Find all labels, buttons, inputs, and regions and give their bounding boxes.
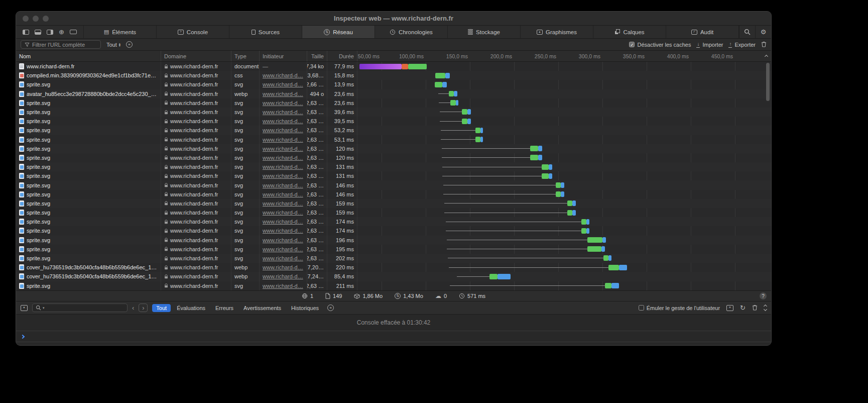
resource-type-filter[interactable]: Tout ▴▾	[106, 42, 120, 48]
tab-audit[interactable]: ✓Audit	[666, 26, 739, 38]
close-button[interactable]	[23, 16, 29, 22]
initiator-link[interactable]: www.richard-d…	[263, 246, 303, 252]
zoom-button[interactable]	[43, 16, 49, 22]
network-row[interactable]: sprite.svgwww.richard-dern.frsvgwww.rich…	[16, 126, 771, 135]
url-filter-input[interactable]: Filtrer l'URL complète	[21, 40, 101, 49]
console-prompt[interactable]	[16, 331, 771, 342]
help-button[interactable]: ?	[760, 292, 767, 299]
initiator-link[interactable]: www.richard-d…	[263, 173, 303, 179]
console-tab-tout[interactable]: Tout	[152, 304, 171, 312]
column-header-domain[interactable]: Domaine	[161, 51, 231, 61]
execution-context-icon[interactable]: ▾	[21, 305, 28, 311]
dock-right-icon[interactable]	[47, 30, 53, 35]
initiator-link[interactable]: www.richard-d…	[263, 164, 303, 170]
console-tab-avertissements[interactable]: Avertissements	[239, 304, 285, 312]
log-levels-icon[interactable]: ≡	[327, 305, 334, 311]
initiator-link[interactable]: www.richard-d…	[263, 146, 303, 152]
network-row[interactable]: cover_hu736519dc3b5040cfa48b6b559b6de6ec…	[16, 272, 771, 281]
network-row[interactable]: sprite.svgwww.richard-dern.frsvgwww.rich…	[16, 281, 771, 290]
tab-console[interactable]: >Console	[157, 26, 229, 38]
initiator-link[interactable]: www.richard-d…	[263, 228, 303, 234]
network-row[interactable]: sprite.svgwww.richard-dern.frsvgwww.rich…	[16, 153, 771, 162]
network-row[interactable]: sprite.svgwww.richard-dern.frsvgwww.rich…	[16, 98, 771, 108]
tab-timelines[interactable]: Chronologies	[375, 26, 448, 38]
console-tab-evaluations[interactable]: Évaluations	[173, 304, 209, 312]
column-header-name[interactable]: Nom	[16, 51, 161, 61]
console-search-input[interactable]: ▾	[32, 304, 128, 312]
tab-sources[interactable]: Sources	[229, 26, 302, 38]
network-row[interactable]: sprite.svgwww.richard-dern.frsvgwww.rich…	[16, 190, 771, 199]
initiator-link[interactable]: www.richard-d…	[263, 255, 303, 261]
disable-caches-checkbox[interactable]: ✓	[629, 42, 635, 47]
network-row[interactable]: sprite.svgwww.richard-dern.frsvgwww.rich…	[16, 144, 771, 153]
scroll-up-icon[interactable]	[765, 55, 768, 58]
initiator-link[interactable]: www.richard-d…	[263, 72, 303, 78]
dock-left-icon[interactable]	[23, 30, 29, 35]
tab-layers[interactable]: Calques	[593, 26, 666, 38]
disable-caches-toggle[interactable]: ✓ Désactiver les caches	[629, 42, 691, 48]
network-row[interactable]: sprite.svgwww.richard-dern.frsvgwww.rich…	[16, 236, 771, 245]
initiator-link[interactable]: www.richard-d…	[263, 219, 303, 225]
column-header-type[interactable]: Type	[231, 51, 260, 61]
network-row[interactable]: cover_hu736519dc3b5040cfa48b6b559b6de6ec…	[16, 263, 771, 272]
emulate-user-gesture-checkbox[interactable]	[639, 305, 644, 311]
column-header-init[interactable]: Initiateur	[260, 51, 307, 61]
trash-console-button[interactable]	[752, 305, 758, 312]
initiator-link[interactable]: www.richard-d…	[263, 273, 303, 279]
quick-console-icon[interactable]: ≡	[726, 305, 733, 311]
initiator-link[interactable]: www.richard-d…	[263, 81, 303, 87]
import-button[interactable]: ↓ Importer	[696, 42, 723, 48]
initiator-link[interactable]: www.richard-d…	[263, 137, 303, 143]
initiator-link[interactable]: www.richard-d…	[263, 127, 303, 133]
network-row[interactable]: sprite.svgwww.richard-dern.frsvgwww.rich…	[16, 180, 771, 189]
device-icon[interactable]	[70, 30, 77, 34]
network-row[interactable]: sprite.svgwww.richard-dern.frsvgwww.rich…	[16, 162, 771, 171]
expand-console-icon[interactable]	[764, 305, 767, 311]
initiator-link[interactable]: www.richard-d…	[263, 200, 303, 207]
initiator-link[interactable]: www.richard-d…	[263, 155, 303, 161]
initiator-link[interactable]: www.richard-d…	[263, 191, 303, 197]
console-tab-erreurs[interactable]: Erreurs	[211, 304, 237, 312]
tab-elements[interactable]: ▤Éléments	[84, 26, 157, 38]
history-forward-button[interactable]: ›	[139, 304, 148, 312]
clear-console-icon[interactable]: ↻	[740, 305, 746, 311]
network-row[interactable]: sprite.svgwww.richard-dern.frsvgwww.rich…	[16, 226, 771, 235]
network-row[interactable]: www.richard-dern.frwww.richard-dern.frdo…	[16, 62, 771, 71]
minimize-button[interactable]	[33, 16, 39, 22]
initiator-link[interactable]: www.richard-d…	[263, 237, 303, 243]
network-row[interactable]: sprite.svgwww.richard-dern.frsvgwww.rich…	[16, 217, 771, 226]
initiator-link[interactable]: www.richard-d…	[263, 210, 303, 216]
emulate-user-gesture-toggle[interactable]: Émuler le geste de l'utilisateur	[639, 305, 720, 311]
column-header-size[interactable]: Taille	[307, 51, 327, 61]
initiator-link[interactable]: www.richard-d…	[263, 118, 303, 124]
initiator-link[interactable]: www.richard-d…	[263, 109, 303, 115]
network-row[interactable]: sprite.svgwww.richard-dern.frsvgwww.rich…	[16, 117, 771, 126]
network-row[interactable]: sprite.svgwww.richard-dern.frsvgwww.rich…	[16, 171, 771, 180]
network-row[interactable]: sprite.svgwww.richard-dern.frsvgwww.rich…	[16, 199, 771, 208]
vertical-scrollbar-thumb[interactable]	[766, 63, 770, 101]
network-row[interactable]: sprite.svgwww.richard-dern.frsvgwww.rich…	[16, 135, 771, 144]
inspect-element-icon[interactable]: ⊕	[59, 29, 64, 35]
dock-bottom-icon[interactable]	[35, 30, 41, 35]
network-row[interactable]: sprite.svgwww.richard-dern.frsvgwww.rich…	[16, 208, 771, 217]
tab-network[interactable]: ⇅Réseau	[302, 26, 375, 38]
tab-storage[interactable]: Stockage	[448, 26, 521, 38]
settings-button[interactable]: ⚙	[755, 26, 771, 38]
filter-options-icon[interactable]: ≡	[126, 41, 133, 48]
network-row[interactable]: sprite.svgwww.richard-dern.frsvgwww.rich…	[16, 254, 771, 263]
initiator-link[interactable]: www.richard-d…	[263, 182, 303, 188]
initiator-link[interactable]: www.richard-d…	[263, 283, 303, 289]
network-row[interactable]: compiled.min.38390909f303624ed9e1cf1bd3f…	[16, 71, 771, 80]
tab-graphics[interactable]: ▴Graphismes	[521, 26, 593, 38]
initiator-link[interactable]: www.richard-d…	[263, 100, 303, 106]
export-button[interactable]: ↑ Exporter	[728, 42, 756, 48]
search-button[interactable]	[739, 26, 755, 38]
network-row[interactable]: sprite.svgwww.richard-dern.frsvgwww.rich…	[16, 108, 771, 117]
console-tab-historiques[interactable]: Historiques	[287, 304, 323, 312]
network-row[interactable]: sprite.svgwww.richard-dern.frsvgwww.rich…	[16, 80, 771, 89]
initiator-link[interactable]: www.richard-d…	[263, 264, 303, 270]
clear-network-button[interactable]	[761, 41, 767, 48]
history-back-button[interactable]: ‹	[132, 305, 134, 311]
network-row[interactable]: avatar_hu85ecc3e298728880b0bde2dcc4e5c23…	[16, 89, 771, 98]
network-row[interactable]: sprite.svgwww.richard-dern.frsvgwww.rich…	[16, 245, 771, 254]
